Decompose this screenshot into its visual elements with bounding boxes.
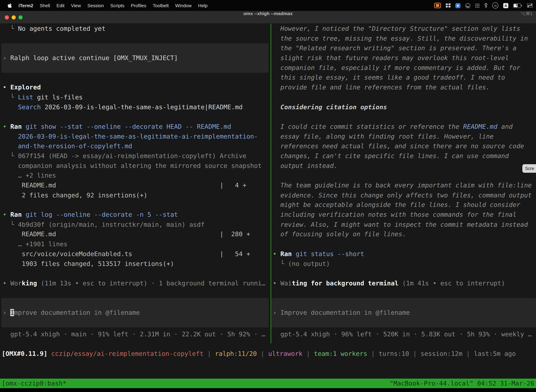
terminal-line: companion analysis without altering the … bbox=[3, 161, 270, 171]
text-segment: └ bbox=[3, 221, 18, 228]
menu-item-iterm2[interactable]: iTerm2 bbox=[19, 3, 33, 8]
text-segment: session:12m bbox=[421, 350, 463, 357]
window-title-bar[interactable]: omx --xhigh --madmax ⌥⌘1 bbox=[0, 11, 536, 24]
thinking-header: Considering citation options bbox=[273, 102, 536, 112]
text-segment: No agents completed yet bbox=[18, 25, 105, 32]
terminal-line: evidence. Since this change only affects… bbox=[273, 190, 536, 200]
menu-item-view[interactable]: View bbox=[71, 3, 81, 8]
tmux-session-name: [omx-cczip0:bash* bbox=[2, 379, 67, 388]
text-segment: review. Also, I might want to inspect th… bbox=[273, 221, 528, 228]
menu-item-toolbelt[interactable]: Toolbelt bbox=[153, 3, 169, 8]
text-segment: 067f154 (HEAD -> essay/ai-reimplementati… bbox=[18, 152, 246, 159]
menu-item-edit[interactable]: Edit bbox=[57, 3, 64, 8]
blank-line bbox=[3, 112, 270, 122]
battery-percent-badge[interactable]: .61 bbox=[492, 2, 498, 9]
text-segment: … +1901 lines bbox=[3, 240, 67, 248]
blank-line bbox=[273, 239, 536, 249]
minimize-button[interactable] bbox=[12, 15, 16, 19]
close-button[interactable] bbox=[5, 15, 9, 19]
menu-item-scripts[interactable]: Scripts bbox=[110, 3, 124, 8]
terminal-area: └ No agents completed yet› Ralph loop ac… bbox=[0, 24, 536, 379]
text-segment: Explored bbox=[10, 84, 41, 91]
right-pane[interactable]: However, I noticed the "Directory Struct… bbox=[271, 24, 536, 379]
terminal-line: changes, I can't cite specific file line… bbox=[273, 151, 536, 161]
apple-menu[interactable] bbox=[8, 3, 12, 8]
ran-git-status: • Ran git status --short bbox=[273, 249, 536, 259]
terminal-line: companion file, especially if more comme… bbox=[273, 63, 536, 73]
dark-circle-app-icon[interactable] bbox=[465, 3, 470, 8]
battery-icon[interactable] bbox=[513, 3, 521, 8]
text-segment: this single essay, it seems like a good … bbox=[273, 74, 505, 81]
text-segment: git status --short bbox=[296, 250, 364, 257]
blue-app-icon[interactable] bbox=[455, 3, 460, 8]
text-segment: Ran bbox=[10, 211, 26, 218]
text-segment: ultrawork bbox=[268, 350, 302, 357]
blank-line bbox=[273, 112, 536, 122]
blank-line bbox=[3, 200, 270, 210]
text-segment: Search bbox=[18, 103, 41, 111]
screen-sharing-tab[interactable]: Scre bbox=[522, 164, 536, 173]
text-segment: companion analysis without altering the … bbox=[3, 162, 262, 169]
text-segment: › bbox=[273, 309, 280, 316]
left-pane[interactable]: └ No agents completed yet› Ralph loop ac… bbox=[0, 24, 270, 379]
ralph-loop-banner[interactable]: › Ralph loop active continue [OMX_TMUX_I… bbox=[1, 44, 269, 73]
text-segment: changes, I can't cite specific file line… bbox=[273, 152, 509, 159]
text-segment: evidence. Since this change only affects… bbox=[273, 191, 531, 199]
window-shortcut-badge: ⌥⌘1 bbox=[521, 11, 532, 24]
explored-search-item: Search 2026-03-09-is-legal-the-same-as-l… bbox=[3, 102, 270, 112]
session-stats: gpt-5.4 xhigh · 96% left · 520K in · 5.8… bbox=[273, 330, 536, 340]
menu-item-shell[interactable]: Shell bbox=[40, 3, 50, 8]
text-segment: README.md bbox=[463, 123, 498, 130]
text-segment: 2 files changed, 92 insertions(+) bbox=[3, 191, 148, 199]
terminal-line: including verification notes with those … bbox=[273, 210, 536, 220]
text-segment: provide file and line references from th… bbox=[273, 84, 490, 91]
text-segment: (11m 13s • esc to interrupt) · 1 backgro… bbox=[37, 280, 265, 287]
text-segment: • bbox=[3, 280, 10, 287]
text-segment: › bbox=[3, 54, 10, 61]
terminal-line: of focusing solely on file lines. bbox=[273, 229, 536, 239]
control-center-icon[interactable] bbox=[527, 3, 532, 7]
text-segment: git log --oneline --decorate -n 5 --stat bbox=[25, 211, 178, 218]
terminal-line: 1903 files changed, 513517 insertions(+) bbox=[3, 259, 270, 269]
text-segment: essay file, along with finding root file… bbox=[273, 133, 494, 140]
terminal-line: src/voice/voiceModeEnabled.ts | 54 + bbox=[3, 249, 270, 259]
text-segment: └ bbox=[3, 93, 18, 101]
prompt-input[interactable]: › Improve documentation in @filename bbox=[1, 298, 269, 327]
terminal-line: references need actual files, and since … bbox=[273, 141, 536, 151]
text-segment: src/voice/voiceModeEnabled.ts | 54 + bbox=[3, 250, 250, 257]
text-segment: Ralph loop active continue [OMX_TMUX_INJ… bbox=[10, 54, 178, 61]
terminal-line: this single essay, it seems like a good … bbox=[273, 73, 536, 83]
panel-text: › Improve documentation in @filename bbox=[3, 308, 140, 318]
text-segment: Improve documentation in @filename bbox=[281, 309, 410, 316]
window-grid-icon[interactable] bbox=[446, 3, 450, 7]
text-segment: | bbox=[257, 350, 268, 357]
zoom-button[interactable] bbox=[19, 15, 23, 19]
text-segment: The team guideline is to back every impo… bbox=[273, 182, 531, 189]
terminal-line: output instead. bbox=[273, 161, 536, 171]
terminal-line: the source tree, missing the essay. Stil… bbox=[273, 34, 536, 44]
text-segment: README.md | 4 + bbox=[3, 182, 247, 189]
text-segment: └ bbox=[273, 260, 288, 267]
input-source-icon[interactable]: A bbox=[503, 3, 508, 8]
dots-grid-icon[interactable] bbox=[475, 3, 479, 8]
screen-recording-stop-icon[interactable] bbox=[434, 3, 441, 8]
terminal-line: README.md | 280 + bbox=[3, 229, 270, 239]
menu-item-profiles[interactable]: Profiles bbox=[131, 3, 146, 8]
key-icon[interactable] bbox=[484, 3, 488, 8]
menu-item-session[interactable]: Session bbox=[87, 3, 104, 8]
text-segment: of focusing solely on file lines. bbox=[273, 231, 406, 238]
prompt-input[interactable]: › Improve documentation in @filename bbox=[271, 298, 536, 327]
text-segment: Ran bbox=[281, 250, 296, 257]
text-segment: cczip/essay/ai-reimplementation-copyleft bbox=[51, 350, 203, 357]
menu-item-help[interactable]: Help bbox=[198, 3, 207, 8]
text-segment: last:5m ago bbox=[474, 350, 516, 357]
text-segment: output instead. bbox=[273, 162, 337, 169]
window-title: omx --xhigh --madmax bbox=[0, 11, 536, 24]
text-segment: and bbox=[498, 123, 513, 130]
text-segment: • bbox=[273, 250, 280, 257]
text-segment: | bbox=[367, 350, 379, 357]
blank-line bbox=[273, 288, 536, 298]
terminal-line: └ 067f154 (HEAD -> essay/ai-reimplementa… bbox=[3, 151, 270, 161]
menu-item-window[interactable]: Window bbox=[175, 3, 191, 8]
text-segment: gpt-5.4 xhigh · main · 91% left · 2.31M … bbox=[3, 331, 266, 338]
